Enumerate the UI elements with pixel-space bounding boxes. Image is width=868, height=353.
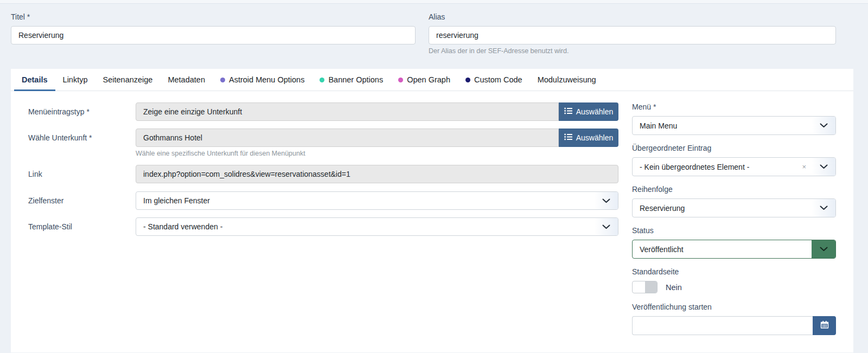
target-window-label: Zielfenster <box>28 191 136 210</box>
status-label: Status <box>632 226 836 235</box>
list-icon <box>564 107 572 116</box>
status-value: Veröffentlicht <box>640 245 684 254</box>
tab-modulzuweisung[interactable]: Modulzuweisung <box>530 69 604 91</box>
status-row: Status Veröffentlicht <box>632 226 836 259</box>
ordering-row: Reihenfolge Reservierung <box>632 185 836 217</box>
top-toolbar-edge <box>0 0 868 4</box>
template-style-label: Template-Stil <box>28 217 136 236</box>
ordering-label: Reihenfolge <box>632 185 836 194</box>
tab-color-dot <box>398 78 403 82</box>
menu-label: Menü * <box>632 102 836 112</box>
edit-panel: Details Linktyp Seitenanzeige Metadaten … <box>11 69 853 352</box>
publish-start-input[interactable] <box>632 316 813 335</box>
publish-start-row: Veröffentlichung starten <box>632 303 836 335</box>
chevron-down-icon <box>812 199 835 217</box>
link-row: Link index.php?option=com_solidres&view=… <box>28 165 618 183</box>
template-style-select[interactable]: - Standard verwenden - <box>136 217 618 236</box>
publish-start-label: Veröffentlichung starten <box>632 303 836 312</box>
ordering-select[interactable]: Reservierung <box>632 198 836 217</box>
chevron-down-icon <box>812 158 835 176</box>
choose-property-value: Gothmanns Hotel <box>136 129 559 147</box>
template-style-row: Template-Stil - Standard verwenden - <box>28 217 618 236</box>
default-page-row: Standardseite Nein <box>632 267 836 293</box>
tab-custom-code[interactable]: Custom Code <box>458 69 530 91</box>
choose-property-help-text: Wähle eine spezifische Unterkunft für di… <box>136 150 618 157</box>
menu-row: Menü * Main Menu <box>632 102 836 135</box>
alias-help-text: Der Alias der in der SEF-Adresse benutzt… <box>429 48 836 55</box>
parent-item-value: - Kein übergeordnetes Element - <box>640 163 749 171</box>
target-window-select[interactable]: Im gleichen Fenster <box>136 191 618 210</box>
tab-details[interactable]: Details <box>14 69 55 91</box>
menu-value: Main Menu <box>640 121 677 130</box>
chevron-down-icon <box>594 192 618 209</box>
default-page-value: Nein <box>666 283 682 292</box>
x-clear-icon[interactable]: × <box>802 163 806 170</box>
ordering-value: Reservierung <box>640 204 685 213</box>
calendar-button[interactable] <box>813 316 836 335</box>
titel-input[interactable] <box>11 26 416 44</box>
tab-bar: Details Linktyp Seitenanzeige Metadaten … <box>11 69 853 91</box>
calendar-icon <box>820 320 829 331</box>
tab-linktyp[interactable]: Linktyp <box>55 69 95 91</box>
status-select[interactable]: Veröffentlicht <box>632 240 836 259</box>
target-window-row: Zielfenster Im gleichen Fenster <box>28 191 618 210</box>
default-page-label: Standardseite <box>632 267 836 277</box>
parent-item-row: Übergeordneter Eintrag - Kein übergeordn… <box>632 144 836 176</box>
menu-item-type-select-button[interactable]: Auswählen <box>559 102 618 121</box>
tab-color-dot <box>220 78 225 82</box>
menu-item-type-label: Menüeintragstyp * <box>28 102 136 121</box>
tab-metadaten[interactable]: Metadaten <box>160 69 213 91</box>
list-icon <box>564 133 572 142</box>
chevron-down-icon <box>812 240 835 258</box>
tab-banner-options[interactable]: Banner Options <box>312 69 391 91</box>
menu-item-type-value: Zeige eine einzige Unterkunft <box>136 102 559 121</box>
link-label: Link <box>28 165 136 183</box>
default-page-toggle[interactable] <box>632 281 658 293</box>
toggle-knob <box>645 281 658 293</box>
parent-item-select[interactable]: - Kein übergeordnetes Element - × <box>632 157 836 176</box>
link-value: index.php?option=com_solidres&view=reser… <box>136 165 618 183</box>
titel-label: Titel * <box>11 12 416 22</box>
tab-open-graph[interactable]: Open Graph <box>391 69 458 91</box>
choose-property-select-button[interactable]: Auswählen <box>559 129 618 147</box>
select-button-label: Auswählen <box>576 133 614 142</box>
toggle-off-position <box>633 281 645 293</box>
tab-astroid-menu-options[interactable]: Astroid Menu Options <box>213 69 312 91</box>
chevron-down-icon <box>812 117 835 134</box>
details-form: Menüeintragstyp * Zeige eine einzige Unt… <box>28 102 618 344</box>
tab-color-dot <box>465 78 470 82</box>
title-alias-row: Titel * Alias Der Alias der in der SEF-A… <box>0 4 868 55</box>
choose-property-label: Wähle Unterkunft * <box>28 129 136 157</box>
alias-label: Alias <box>429 12 836 22</box>
select-button-label: Auswählen <box>576 107 614 116</box>
template-style-value: - Standard verwenden - <box>143 222 222 231</box>
choose-property-row: Wähle Unterkunft * Gothmanns Hotel Auswä… <box>28 129 618 157</box>
alias-input[interactable] <box>429 26 836 44</box>
sidebar-settings: Menü * Main Menu Übergeordneter Eintrag … <box>632 102 836 344</box>
menu-select[interactable]: Main Menu <box>632 116 836 135</box>
tab-color-dot <box>320 78 324 82</box>
chevron-down-icon <box>594 218 618 235</box>
parent-item-label: Übergeordneter Eintrag <box>632 144 836 153</box>
tab-seitenanzeige[interactable]: Seitenanzeige <box>95 69 161 91</box>
target-window-value: Im gleichen Fenster <box>143 196 210 205</box>
menu-item-type-row: Menüeintragstyp * Zeige eine einzige Unt… <box>28 102 618 121</box>
